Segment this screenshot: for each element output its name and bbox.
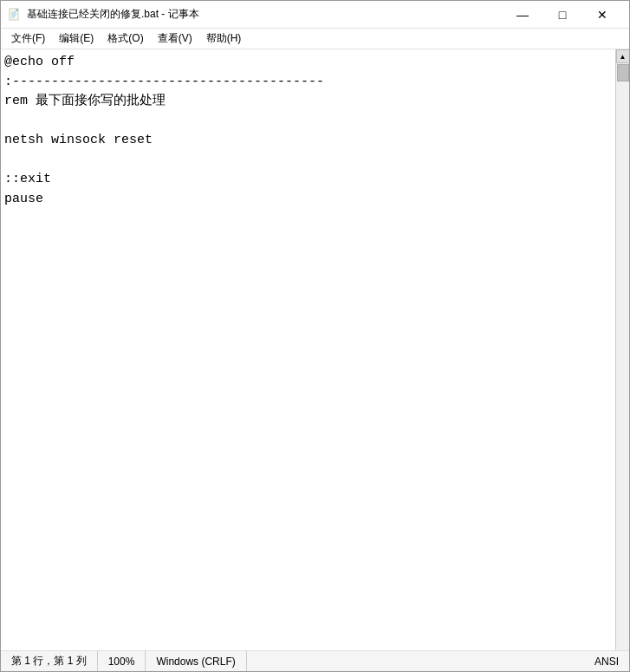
title-bar-left: 基础连接已经关闭的修复.bat - 记事本 (8, 7, 199, 22)
status-bar: 第 1 行，第 1 列 100% Windows (CRLF) ANSI (1, 650, 629, 671)
encoding: ANSI (584, 651, 629, 671)
close-button[interactable]: ✕ (582, 1, 622, 29)
app-icon (8, 8, 22, 22)
menu-bar: 文件(F) 编辑(E) 格式(O) 查看(V) 帮助(H) (1, 29, 629, 49)
title-bar-controls: — □ ✕ (503, 1, 622, 29)
menu-format[interactable]: 格式(O) (101, 29, 150, 48)
svg-rect-1 (16, 9, 18, 11)
cursor-position: 第 1 行，第 1 列 (1, 651, 98, 671)
editor-area: @echo off :-----------------------------… (1, 49, 629, 650)
encoding-text: ANSI (594, 656, 619, 668)
zoom-text: 100% (108, 656, 135, 668)
window-title: 基础连接已经关闭的修复.bat - 记事本 (27, 7, 199, 22)
vertical-scrollbar[interactable]: ▲ (615, 49, 629, 650)
line-ending-text: Windows (CRLF) (156, 656, 235, 668)
text-editor[interactable]: @echo off :-----------------------------… (1, 49, 615, 650)
position-text: 第 1 行，第 1 列 (11, 654, 87, 669)
title-bar: 基础连接已经关闭的修复.bat - 记事本 — □ ✕ (1, 1, 629, 29)
notepad-window: 基础连接已经关闭的修复.bat - 记事本 — □ ✕ 文件(F) 编辑(E) … (0, 0, 630, 672)
scroll-thumb[interactable] (617, 64, 629, 82)
menu-file[interactable]: 文件(F) (4, 29, 52, 48)
line-ending: Windows (CRLF) (146, 651, 246, 671)
minimize-button[interactable]: — (503, 1, 542, 29)
menu-view[interactable]: 查看(V) (151, 29, 199, 48)
menu-help[interactable]: 帮助(H) (199, 29, 249, 48)
scroll-up-arrow[interactable]: ▲ (616, 49, 630, 63)
zoom-level: 100% (98, 651, 146, 671)
menu-edit[interactable]: 编辑(E) (52, 29, 101, 48)
maximize-button[interactable]: □ (542, 1, 582, 29)
